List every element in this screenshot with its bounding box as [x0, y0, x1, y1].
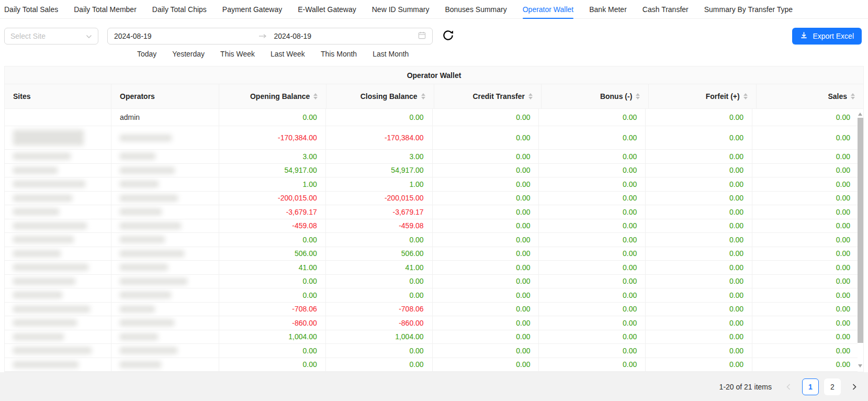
value-sales: 0.00 — [836, 332, 850, 341]
tab-e-wallet-gateway[interactable]: E-Wallet Gateway — [298, 0, 356, 18]
cell-opening-balance: -170,384.00 — [219, 126, 326, 149]
cell-opening-balance: 0.00 — [219, 358, 326, 372]
quick-link-today[interactable]: Today — [137, 50, 156, 58]
page-button-2[interactable]: 2 — [824, 378, 841, 395]
bottom-bar: 1-20 of 21 items 12 — [0, 372, 868, 401]
cell-sales: 0.00 — [752, 164, 863, 177]
quick-link-this-month[interactable]: This Month — [321, 50, 357, 58]
table-row: -170,384.00-170,384.000.000.000.000.00 — [5, 126, 863, 150]
chevron-down-icon — [86, 32, 92, 40]
cell-forfeit: 0.00 — [646, 205, 752, 219]
value-closing-balance: 0.00 — [409, 277, 423, 285]
cell-operators — [111, 219, 219, 233]
cell-bonus: 0.00 — [539, 247, 646, 261]
date-range-picker[interactable]: 2024-08-19 2024-08-19 — [107, 28, 433, 44]
quick-link-last-month[interactable]: Last Month — [373, 50, 409, 58]
tab-cash-transfer[interactable]: Cash Transfer — [642, 0, 689, 18]
cell-bonus: 0.00 — [539, 261, 646, 274]
column-header-closing-balance[interactable]: Closing Balance — [326, 84, 434, 108]
cell-closing-balance: 41.00 — [326, 261, 433, 274]
redacted-site-text — [13, 278, 75, 285]
column-header-opening-balance[interactable]: Opening Balance — [219, 84, 326, 108]
cell-bonus: 0.00 — [539, 109, 646, 126]
column-header-bonus[interactable]: Bonus (-) — [542, 84, 649, 108]
sort-icon[interactable] — [528, 93, 533, 99]
column-label-closing-balance: Closing Balance — [360, 92, 418, 101]
value-bonus: 0.00 — [623, 263, 637, 272]
quick-link-this-week[interactable]: This Week — [220, 50, 255, 58]
tab-new-id-summary[interactable]: New ID Summary — [372, 0, 430, 18]
sort-icon[interactable] — [421, 93, 425, 99]
tab-operator-wallet[interactable]: Operator Wallet — [523, 0, 574, 18]
cell-operators — [111, 164, 219, 177]
table-row: 1,004.001,004.000.000.000.000.00 — [5, 330, 863, 344]
value-credit-transfer: 0.00 — [516, 208, 530, 216]
cell-forfeit: 0.00 — [646, 316, 752, 330]
cell-opening-balance: 1,004.00 — [219, 330, 326, 344]
redacted-operator-text — [120, 278, 187, 285]
cell-closing-balance: 0.00 — [326, 288, 433, 302]
redacted-operator-text — [120, 306, 155, 313]
tab-daily-total-chips[interactable]: Daily Total Chips — [152, 0, 207, 18]
column-header-forfeit[interactable]: Forfeit (+) — [649, 84, 756, 108]
value-opening-balance: 0.00 — [303, 291, 317, 299]
value-opening-balance: -3,679.17 — [286, 208, 317, 216]
page-buttons: 12 — [802, 378, 841, 395]
scroll-down-arrow-icon[interactable] — [858, 364, 862, 367]
value-sales: 0.00 — [836, 236, 850, 244]
scroll-up-arrow-icon[interactable] — [858, 113, 862, 116]
value-bonus: 0.00 — [623, 113, 637, 121]
cell-credit-transfer: 0.00 — [433, 261, 539, 274]
cell-opening-balance: 54,917.00 — [219, 164, 326, 177]
download-icon — [800, 31, 808, 41]
value-closing-balance: 0.00 — [409, 360, 423, 369]
sort-icon[interactable] — [636, 93, 640, 99]
cell-operators — [111, 344, 219, 358]
cell-closing-balance: -200,015.00 — [326, 192, 433, 205]
caret-up-icon — [636, 93, 640, 96]
end-date-input[interactable]: 2024-08-19 — [274, 32, 419, 40]
cell-operators — [111, 358, 219, 372]
prev-page-button[interactable] — [780, 378, 797, 395]
next-page-button[interactable] — [846, 378, 863, 395]
scrollbar-thumb[interactable] — [858, 118, 863, 343]
table-title: Operator Wallet — [5, 66, 863, 84]
export-excel-button[interactable]: Export Excel — [792, 28, 862, 44]
tab-daily-total-sales[interactable]: Daily Total Sales — [4, 0, 58, 18]
caret-down-icon — [636, 97, 640, 99]
tab-bonuses-summary[interactable]: Bonuses Summary — [445, 0, 506, 18]
cell-bonus: 0.00 — [539, 344, 646, 358]
sort-icon[interactable] — [743, 93, 748, 99]
quick-link-yesterday[interactable]: Yesterday — [172, 50, 205, 58]
caret-up-icon — [743, 93, 748, 96]
tab-summary-by-transfer-type[interactable]: Summary By Transfer Type — [704, 0, 793, 18]
refresh-button[interactable] — [442, 29, 454, 43]
page-button-1[interactable]: 1 — [802, 378, 819, 395]
cell-opening-balance: -3,679.17 — [219, 205, 326, 219]
value-bonus: 0.00 — [623, 180, 637, 188]
quick-link-last-week[interactable]: Last Week — [270, 50, 305, 58]
column-header-credit-transfer[interactable]: Credit Transfer — [434, 84, 542, 108]
cell-sales: 0.00 — [752, 177, 863, 191]
cell-credit-transfer: 0.00 — [433, 164, 539, 177]
sort-icon[interactable] — [313, 93, 318, 99]
redacted-operator-text — [120, 292, 171, 298]
start-date-input[interactable]: 2024-08-19 — [114, 32, 258, 40]
vertical-scrollbar[interactable] — [858, 109, 863, 372]
cell-sites — [5, 150, 111, 163]
tab-payment-gateway[interactable]: Payment Gateway — [222, 0, 282, 18]
site-select[interactable]: Select Site — [4, 28, 98, 44]
tab-bank-meter[interactable]: Bank Meter — [589, 0, 627, 18]
value-credit-transfer: 0.00 — [516, 236, 530, 244]
value-credit-transfer: 0.00 — [516, 319, 530, 327]
value-opening-balance: -708.06 — [292, 305, 317, 313]
sort-icon[interactable] — [851, 93, 855, 99]
cell-sales: 0.00 — [752, 344, 863, 358]
caret-down-icon — [851, 97, 855, 99]
cell-forfeit: 0.00 — [646, 358, 752, 372]
redacted-site-text — [13, 319, 77, 326]
tab-daily-total-member[interactable]: Daily Total Member — [74, 0, 137, 18]
column-header-sales[interactable]: Sales — [757, 84, 863, 108]
value-opening-balance: -170,384.00 — [278, 133, 317, 142]
redacted-site-text — [13, 306, 90, 313]
